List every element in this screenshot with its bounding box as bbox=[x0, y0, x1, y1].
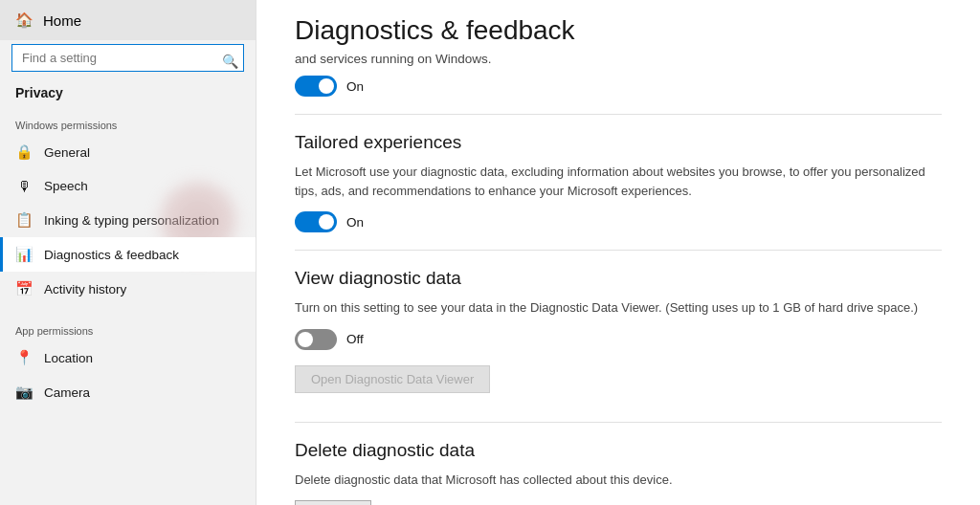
view-diag-title: View diagnostic data bbox=[295, 268, 942, 289]
open-viewer-button[interactable]: Open Diagnostic Data Viewer bbox=[295, 365, 490, 393]
location-icon: 📍 bbox=[15, 349, 33, 366]
divider3 bbox=[295, 422, 942, 423]
search-input[interactable] bbox=[11, 44, 244, 72]
sidebar-home[interactable]: 🏠 Home bbox=[0, 0, 256, 40]
toggle3-track[interactable] bbox=[295, 329, 337, 350]
sidebar-item-activity[interactable]: 📅 Activity history bbox=[0, 272, 256, 306]
activity-icon: 📅 bbox=[15, 280, 33, 297]
windows-permissions-label: Windows permissions bbox=[0, 110, 256, 135]
divider1 bbox=[295, 114, 942, 115]
delete-button[interactable]: Delete bbox=[295, 500, 371, 505]
toggle3-label: Off bbox=[346, 332, 364, 346]
home-label: Home bbox=[43, 12, 81, 29]
toggle1-label: On bbox=[346, 79, 364, 94]
toggle1-row: On bbox=[295, 76, 942, 97]
sidebar-item-diagnostics[interactable]: 📊 Diagnostics & feedback bbox=[0, 237, 256, 272]
toggle2-row: On bbox=[295, 211, 942, 232]
tailored-desc: Let Microsoft use your diagnostic data, … bbox=[295, 163, 942, 200]
sidebar: 🏠 Home 🔍 Privacy Windows permissions 🔒 G… bbox=[0, 0, 256, 505]
delete-desc: Delete diagnostic data that Microsoft ha… bbox=[295, 471, 942, 490]
toggle3[interactable] bbox=[295, 329, 337, 350]
search-icon-btn[interactable]: 🔍 bbox=[222, 54, 238, 69]
sidebar-item-label: Camera bbox=[44, 385, 90, 400]
main-content: Diagnostics & feedback and services runn… bbox=[256, 0, 980, 505]
sidebar-item-location[interactable]: 📍 Location bbox=[0, 340, 256, 375]
sidebar-item-speech[interactable]: 🎙 Speech bbox=[0, 169, 256, 203]
sidebar-item-label: Activity history bbox=[44, 282, 126, 296]
view-diag-desc: Turn on this setting to see your data in… bbox=[295, 298, 942, 318]
toggle1-track[interactable] bbox=[295, 76, 337, 97]
sidebar-item-general[interactable]: 🔒 General bbox=[0, 135, 256, 169]
app-permissions-label: App permissions bbox=[0, 316, 256, 340]
sidebar-item-inking[interactable]: 📋 Inking & typing personalization bbox=[0, 203, 256, 237]
search-wrapper: 🔍 bbox=[0, 40, 256, 81]
sidebar-item-label: Diagnostics & feedback bbox=[44, 248, 179, 262]
toggle2-track[interactable] bbox=[295, 211, 337, 232]
toggle2-label: On bbox=[346, 215, 364, 230]
camera-icon: 📷 bbox=[15, 384, 33, 401]
tailored-title: Tailored experiences bbox=[295, 132, 942, 153]
toggle2[interactable] bbox=[295, 211, 337, 232]
home-icon: 🏠 bbox=[15, 11, 33, 29]
general-icon: 🔒 bbox=[15, 143, 33, 161]
sidebar-item-label: Inking & typing personalization bbox=[44, 213, 219, 228]
subtitle-text: and services running on Windows. bbox=[295, 52, 942, 66]
divider2 bbox=[295, 250, 942, 251]
delete-title: Delete diagnostic data bbox=[295, 440, 942, 461]
sidebar-item-label: General bbox=[44, 145, 90, 160]
inking-icon: 📋 bbox=[15, 211, 33, 229]
sidebar-item-label: Location bbox=[44, 351, 93, 365]
page-title: Diagnostics & feedback bbox=[295, 15, 942, 46]
toggle3-row: Off bbox=[295, 329, 942, 350]
speech-icon: 🎙 bbox=[15, 178, 33, 194]
toggle1[interactable] bbox=[295, 76, 337, 97]
privacy-label: Privacy bbox=[0, 81, 256, 110]
diagnostics-icon: 📊 bbox=[15, 246, 33, 263]
sidebar-item-camera[interactable]: 📷 Camera bbox=[0, 375, 256, 409]
sidebar-item-label: Speech bbox=[44, 179, 88, 193]
